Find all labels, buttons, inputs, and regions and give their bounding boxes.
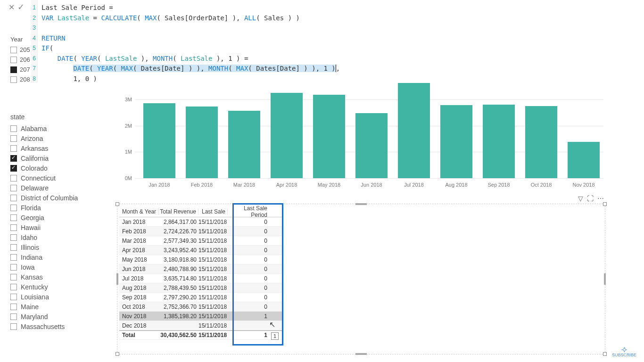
state-option[interactable]: Kentucky [10, 282, 105, 292]
year-option[interactable]: 208 [10, 74, 30, 84]
chart-bar[interactable] [355, 113, 388, 178]
state-option[interactable]: Massachusetts [10, 321, 105, 331]
checkbox-icon[interactable] [10, 165, 17, 172]
state-option[interactable]: Florida [10, 203, 105, 213]
resize-handle[interactable] [603, 202, 607, 206]
table-row[interactable]: Nov 20181,385,198.2015/11/20181 [119, 312, 282, 321]
edge-handle[interactable] [355, 353, 367, 355]
state-option[interactable]: Alabama [10, 123, 105, 133]
checkbox-icon[interactable] [10, 323, 17, 330]
table-row[interactable]: Oct 20182,752,366.7015/11/20180 [119, 302, 282, 312]
state-option[interactable]: Illinois [10, 242, 105, 252]
table-row[interactable]: Feb 20182,724,226.7015/11/20180 [119, 227, 282, 236]
table-row[interactable]: May 20183,180,918.8015/11/20180 [119, 255, 282, 264]
checkbox-icon[interactable] [10, 155, 17, 162]
checkbox-icon[interactable] [10, 57, 17, 63]
state-option[interactable]: District of Columbia [10, 193, 105, 203]
chart-bar[interactable] [143, 103, 175, 178]
checkbox-icon[interactable] [10, 185, 17, 191]
state-option[interactable]: Iowa [10, 262, 105, 272]
state-option[interactable]: Connecticut [10, 173, 105, 183]
checkbox-icon[interactable] [10, 135, 17, 142]
checkbox-icon[interactable] [10, 274, 17, 280]
table-row[interactable]: Jan 20182,864,317.0015/11/20180 [119, 217, 282, 227]
checkbox-icon[interactable] [10, 66, 17, 73]
chart-bar[interactable] [271, 93, 303, 178]
checkbox-icon[interactable] [10, 195, 17, 201]
data-table-visual[interactable]: ▽ ⛶ ⋯ Month & YearTotal RevenueLast Sale… [117, 204, 605, 354]
table-row[interactable]: Jul 20183,635,714.8015/11/20180 [119, 274, 282, 283]
edge-handle[interactable] [604, 273, 606, 285]
year-option[interactable]: 206 [10, 55, 30, 65]
chart-bar[interactable] [313, 95, 345, 178]
col-header[interactable]: Last Sale [198, 208, 228, 215]
filter-icon[interactable]: ▽ [578, 195, 583, 202]
dax-editor[interactable]: Last Sale Period = VAR LastSale = CALCUL… [38, 0, 644, 82]
state-option[interactable]: Delaware [10, 183, 105, 193]
checkbox-icon[interactable] [10, 76, 17, 83]
state-option[interactable]: Maine [10, 302, 105, 312]
state-slicer[interactable]: state AlabamaArizonaArkansasCaliforniaCo… [10, 113, 105, 331]
resize-handle[interactable] [116, 352, 119, 356]
state-option[interactable]: Colorado [10, 163, 105, 173]
cell-period: 0 [228, 238, 270, 244]
chart-bar[interactable] [483, 105, 515, 178]
chart-bar[interactable] [568, 142, 600, 178]
checkbox-icon[interactable] [10, 254, 17, 261]
resize-handle[interactable] [603, 352, 607, 356]
table-row[interactable]: Sep 20182,797,290.2015/11/20180 [119, 293, 282, 302]
col-header[interactable]: Last Sale Period [228, 205, 270, 218]
state-option[interactable]: Kansas [10, 272, 105, 282]
chart-bar[interactable] [186, 107, 218, 178]
col-header[interactable]: Month & Year [119, 208, 159, 215]
state-option[interactable]: Georgia [10, 213, 105, 222]
resize-handle[interactable] [116, 202, 119, 206]
state-option[interactable]: Hawaii [10, 222, 105, 232]
checkbox-icon[interactable] [10, 304, 17, 310]
col-header[interactable]: Total Revenue [159, 208, 198, 215]
cell-period: 0 [228, 285, 270, 291]
checkbox-icon[interactable] [10, 244, 17, 251]
table-row[interactable]: Apr 20183,243,952.4015/11/20180 [119, 246, 282, 255]
year-option[interactable]: 205 [10, 45, 30, 55]
state-option[interactable]: Indiana [10, 252, 105, 262]
checkbox-icon[interactable] [10, 175, 17, 181]
commit-formula-icon[interactable]: ✓ [17, 2, 25, 12]
checkbox-icon[interactable] [10, 145, 17, 152]
state-option[interactable]: Louisiana [10, 292, 105, 302]
state-option[interactable]: Idaho [10, 232, 105, 242]
checkbox-icon[interactable] [10, 224, 17, 231]
revenue-bar-chart[interactable]: 0M1M2M3MJan 2018Feb 2018Mar 2018Apr 2018… [113, 81, 603, 189]
checkbox-icon[interactable] [10, 205, 17, 211]
chart-bar[interactable] [440, 105, 472, 178]
state-label: Arkansas [21, 145, 48, 152]
more-options-icon[interactable]: ⋯ [597, 195, 604, 202]
checkbox-icon[interactable] [10, 214, 17, 221]
state-option[interactable]: Maryland [10, 312, 105, 321]
cell-lastsale: 15/11/2018 [198, 228, 228, 235]
checkbox-icon[interactable] [10, 284, 17, 290]
table-row[interactable]: Dec 201815/11/2018 [119, 321, 282, 330]
state-option[interactable]: Arizona [10, 133, 105, 143]
state-option[interactable]: Arkansas [10, 143, 105, 153]
year-option[interactable]: 207 [10, 65, 30, 74]
cancel-formula-icon[interactable]: ✕ [8, 3, 15, 12]
table-row[interactable]: Aug 20182,788,439.5015/11/20180 [119, 283, 282, 293]
checkbox-icon[interactable] [10, 313, 17, 320]
chart-bar[interactable] [228, 111, 260, 178]
checkbox-icon[interactable] [10, 294, 17, 300]
year-slicer[interactable]: Year 205206207208 [10, 36, 30, 84]
y-axis-label: 3M [125, 97, 132, 102]
focus-mode-icon[interactable]: ⛶ [587, 195, 594, 202]
state-option[interactable]: California [10, 153, 105, 163]
checkbox-icon[interactable] [10, 264, 17, 271]
edge-handle[interactable] [355, 203, 367, 205]
chart-bar[interactable] [525, 106, 557, 178]
edge-handle[interactable] [116, 273, 118, 285]
table-row[interactable]: Mar 20182,577,349.3015/11/20180 [119, 236, 282, 246]
table-row[interactable]: Jun 20182,480,788.9015/11/20180 [119, 264, 282, 274]
chart-bar[interactable] [398, 83, 430, 178]
checkbox-icon[interactable] [10, 47, 17, 53]
checkbox-icon[interactable] [10, 125, 17, 132]
checkbox-icon[interactable] [10, 234, 17, 241]
